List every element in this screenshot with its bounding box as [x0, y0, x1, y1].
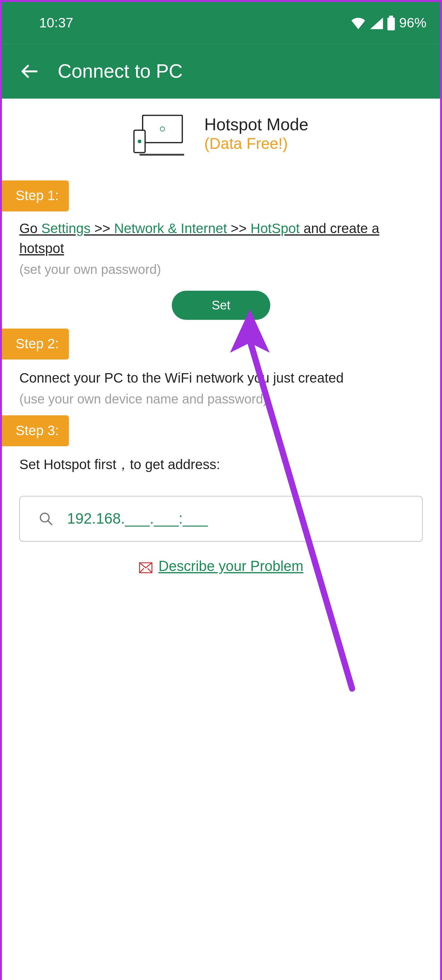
step3-text: Set Hotspot first，to get address: — [2, 451, 440, 475]
step1-badge: Step 1: — [2, 181, 68, 212]
mode-header: Hotspot Mode (Data Free!) — [2, 99, 440, 172]
search-icon — [38, 511, 54, 526]
step3-badge: Step 3: — [2, 415, 68, 446]
step2-badge: Step 2: — [2, 328, 68, 360]
status-right: 96% — [351, 15, 427, 31]
battery-icon — [387, 16, 396, 31]
describe-problem-link[interactable]: Describe your Problem — [139, 558, 304, 574]
page-title: Connect to PC — [58, 60, 183, 82]
svg-point-2 — [40, 513, 49, 522]
battery-percent: 96% — [399, 15, 427, 31]
step1-hint: (set your own password) — [2, 258, 440, 277]
svg-rect-1 — [388, 17, 395, 30]
step2-section: Step 2: Connect your PC to the WiFi netw… — [2, 328, 440, 406]
arrow-left-icon — [20, 62, 38, 81]
feedback-label: Describe your Problem — [158, 558, 303, 574]
mode-subtitle: (Data Free!) — [204, 135, 308, 153]
content: Hotspot Mode (Data Free!) Step 1: Go Set… — [2, 99, 440, 980]
device-illustration — [134, 115, 183, 153]
address-box[interactable]: 192.168.___.___:___ — [19, 496, 423, 541]
wifi-icon — [351, 17, 366, 29]
back-button[interactable] — [18, 60, 40, 82]
mode-title: Hotspot Mode — [204, 115, 308, 135]
step1-text-p2: >> — [91, 221, 114, 236]
step1-text[interactable]: Go Settings >> Network & Internet >> Hot… — [2, 216, 440, 259]
svg-rect-0 — [389, 16, 393, 18]
step1-text-p1: Go — [19, 221, 41, 236]
status-bar: 10:37 96% — [2, 2, 440, 44]
feedback-row: Describe your Problem — [2, 542, 440, 576]
app-bar: Connect to PC — [2, 44, 440, 99]
mail-icon — [139, 560, 153, 571]
step2-hint: (use your own device name and password) — [2, 388, 440, 406]
set-button[interactable]: Set — [172, 291, 270, 320]
step1-text-p3: >> — [227, 221, 250, 236]
signal-icon — [369, 17, 383, 29]
step2-text: Connect your PC to the WiFi network you … — [2, 364, 440, 388]
svg-line-3 — [48, 520, 52, 525]
hotspot-link[interactable]: HotSpot — [250, 221, 300, 236]
settings-link[interactable]: Settings — [41, 221, 91, 236]
address-text: 192.168.___.___:___ — [67, 510, 208, 527]
network-link[interactable]: Network & Internet — [114, 221, 227, 236]
step1-section: Step 1: Go Settings >> Network & Interne… — [2, 181, 440, 320]
step3-section: Step 3: Set Hotspot first，to get address… — [2, 415, 440, 542]
status-time: 10:37 — [39, 15, 73, 31]
